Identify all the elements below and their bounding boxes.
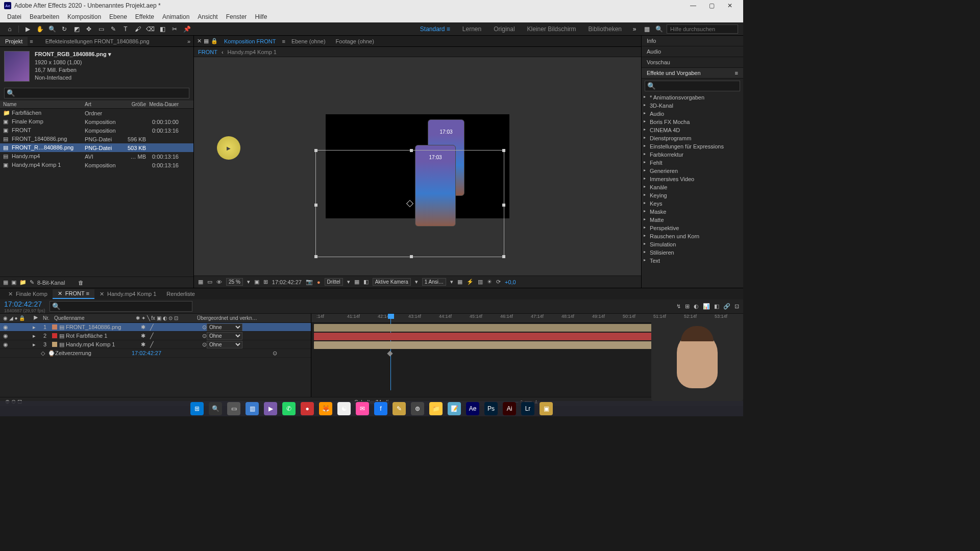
audio-panel[interactable]: Audio <box>642 46 743 57</box>
menu-effekte[interactable]: Effekte <box>131 12 158 21</box>
timeline-tab[interactable]: ✕Finale Komp <box>3 290 53 298</box>
breadcrumb-handy[interactable]: Handy.mp4 Komp 1 <box>228 49 277 55</box>
channel-icon[interactable]: ▭ <box>207 279 212 285</box>
lock-icon[interactable]: 🔒 <box>211 38 218 44</box>
close-button[interactable]: ✕ <box>721 2 739 9</box>
home-icon[interactable]: ⌂ <box>5 24 14 34</box>
menu-animation[interactable]: Animation <box>158 12 193 21</box>
project-item[interactable]: ▣ Finale KompKomposition0:00:10:00 <box>0 117 193 126</box>
workspace-lernen[interactable]: Lernen <box>457 24 486 34</box>
taskbar-app[interactable]: ✆ <box>282 402 296 415</box>
expr-icon[interactable]: ⊡ <box>734 303 739 310</box>
effect-category[interactable]: Rauschen und Korn <box>642 232 743 240</box>
taskbar-app[interactable]: ☯ <box>337 402 351 415</box>
trash-icon[interactable]: 🗑 <box>78 280 84 286</box>
taskbar-app[interactable]: Ai <box>503 402 516 415</box>
info-panel[interactable]: Info <box>642 36 743 46</box>
grid-icon[interactable]: ▦ <box>204 38 209 44</box>
col-dur[interactable]: Media-Dauer <box>146 102 182 107</box>
project-item[interactable]: ▤ FRONT_1840886.pngPNG-Datei596 KB <box>0 135 193 143</box>
col-nr[interactable]: Nr. <box>43 315 54 321</box>
transparent-icon[interactable]: ▦ <box>354 279 359 285</box>
col-source[interactable]: Quellenname <box>54 315 136 321</box>
text-tool[interactable]: T <box>121 24 130 34</box>
project-search-input[interactable] <box>4 88 189 98</box>
taskbar-app[interactable]: 📁 <box>429 402 443 415</box>
project-item[interactable]: ▣ Handy.mp4 Komp 1Komposition0:00:13:16 <box>0 161 193 169</box>
effect-category[interactable]: Immersives Video <box>642 175 743 183</box>
taskbar-app[interactable]: ▥ <box>246 402 259 415</box>
region-icon[interactable]: ◧ <box>363 279 369 285</box>
effect-category[interactable]: Keying <box>642 191 743 199</box>
panel-menu-icon[interactable]: ≡ <box>735 70 738 76</box>
adjust-exposure-icon[interactable]: ☀ <box>487 279 492 285</box>
new-comp-icon[interactable]: ▣ <box>11 279 16 286</box>
new-folder-icon[interactable]: 📁 <box>19 279 27 286</box>
timeline-layer[interactable]: ◉▸1▤ FRONT_1840886.png✱ ╱⊙ Ohne <box>0 323 311 332</box>
views-dropdown[interactable]: 1 Ansi… <box>422 278 446 286</box>
menu-hilfe[interactable]: Hilfe <box>251 12 271 21</box>
effect-category[interactable]: Dienstprogramm <box>642 134 743 142</box>
fast-preview-icon[interactable]: ⚡ <box>467 279 474 285</box>
safe-zones-icon[interactable]: ▣ <box>254 279 259 285</box>
effect-category[interactable]: Matte <box>642 216 743 224</box>
hand-tool[interactable]: ✋ <box>35 24 44 34</box>
rotate-tool[interactable]: ↻ <box>60 24 69 34</box>
zoom-tool[interactable]: 🔍 <box>47 24 57 34</box>
snapshot-icon[interactable]: 📷 <box>306 279 313 285</box>
effect-category[interactable]: Einstellungen für Expressions <box>642 142 743 151</box>
pen-tool[interactable]: ✎ <box>109 24 118 34</box>
preview-panel[interactable]: Vorschau <box>642 57 743 68</box>
timeline-tab[interactable]: ✕Handy.mp4 Komp 1 <box>94 290 161 298</box>
taskbar-app[interactable]: ⊞ <box>190 402 204 415</box>
minimize-button[interactable]: — <box>684 2 702 9</box>
prop-value[interactable]: 17:02:42:27 <box>132 350 161 356</box>
pixel-icon[interactable]: ▦ <box>457 279 462 285</box>
brush-tool[interactable]: 🖌 <box>133 24 142 34</box>
timeline-layer[interactable]: ◉▸3▤ Handy.mp4 Komp 1✱ ╱⊙ Ohne <box>0 340 311 349</box>
col-name[interactable]: Name <box>3 102 75 107</box>
shape-tool[interactable]: ▭ <box>96 24 106 34</box>
effect-category[interactable]: Text <box>642 257 743 265</box>
effect-category[interactable]: Simulation <box>642 240 743 248</box>
effect-category[interactable]: Generieren <box>642 167 743 175</box>
selection-tool[interactable]: ▶ <box>23 24 32 34</box>
effect-category[interactable]: Boris FX Mocha <box>642 118 743 126</box>
workspace-kleiner bildschirm[interactable]: Kleiner Bildschirm <box>522 24 581 34</box>
zoom-dropdown[interactable]: 25 % <box>226 278 243 286</box>
menu-ansicht[interactable]: Ansicht <box>193 12 222 21</box>
taskbar-app[interactable]: ✉ <box>356 402 369 415</box>
menu-komposition[interactable]: Komposition <box>63 12 105 21</box>
footage-tab[interactable]: Footage (ohne) <box>332 37 378 45</box>
effects-search-input[interactable] <box>645 81 740 91</box>
workspace-standard[interactable]: Standard ≡ <box>415 24 455 34</box>
workspace-bibliotheken[interactable]: Bibliotheken <box>583 24 627 34</box>
maximize-button[interactable]: ▢ <box>702 2 721 9</box>
timeline-search-input[interactable] <box>50 301 192 312</box>
anchor-tool[interactable]: ✥ <box>84 24 93 34</box>
close-comp-icon[interactable]: ✕ <box>197 38 202 44</box>
roto-tool[interactable]: ✂ <box>170 24 179 34</box>
timeline-layer[interactable]: ◉▸2▤ Rot Farbfläche 1✱ ╱⊙ Ohne <box>0 332 311 340</box>
grid-toggle-icon[interactable]: ▦ <box>198 279 203 285</box>
effect-category[interactable]: Stilisieren <box>642 248 743 257</box>
effect-category[interactable]: * Animationsvorgaben <box>642 93 743 102</box>
taskbar-app[interactable]: ▶ <box>264 402 277 415</box>
project-item[interactable]: ▤ FRONT_R…840886.pngPNG-Datei503 KB <box>0 143 193 152</box>
link-icon[interactable]: 🔗 <box>723 303 730 310</box>
resolution-dropdown[interactable]: Drittel <box>325 278 343 286</box>
reset-exposure-icon[interactable]: ⟳ <box>496 279 501 285</box>
effect-category[interactable]: Fehlt <box>642 159 743 167</box>
timeline-timecode[interactable]: 17:02:42:27 <box>4 300 45 308</box>
taskbar-app[interactable]: 🦊 <box>319 402 332 415</box>
help-search-input[interactable] <box>667 24 738 34</box>
asset-name[interactable]: FRONT_RGB_1840886.png ▾ <box>35 51 111 58</box>
motion-blur-icon[interactable]: ◐ <box>694 303 699 310</box>
taskbar-app[interactable]: ▣ <box>540 402 553 415</box>
ruler-icon[interactable]: ⊞ <box>263 279 268 285</box>
col-size[interactable]: Größe <box>120 102 146 107</box>
project-list[interactable]: 📁 FarbflächenOrdner▣ Finale KompKomposit… <box>0 109 193 277</box>
menu-datei[interactable]: Datei <box>3 12 26 21</box>
effect-category[interactable]: Perspektive <box>642 224 743 232</box>
effect-category[interactable]: Keys <box>642 199 743 208</box>
